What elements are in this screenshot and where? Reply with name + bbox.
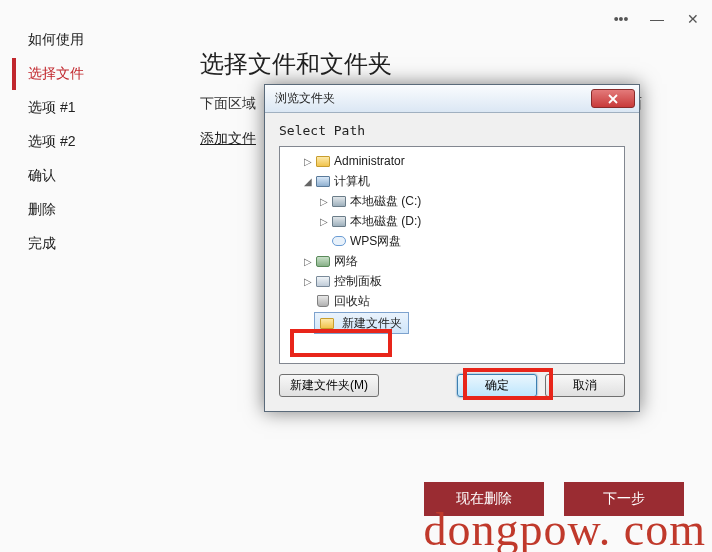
tree-item-label: 网络 <box>332 253 358 270</box>
expand-arrow-icon[interactable]: ▷ <box>318 196 330 207</box>
comp-icon <box>314 176 332 187</box>
expand-arrow-icon[interactable]: ▷ <box>302 256 314 267</box>
tree-item-label: 本地磁盘 (D:) <box>348 213 421 230</box>
more-button[interactable]: ••• <box>612 11 630 27</box>
net-icon <box>314 256 332 267</box>
tree-item-label: 回收站 <box>332 293 370 310</box>
folder-icon <box>314 156 332 167</box>
folder-tree[interactable]: ▷Administrator◢计算机▷本地磁盘 (C:)▷本地磁盘 (D:)WP… <box>279 146 625 364</box>
sidebar-item[interactable]: 如何使用 <box>12 24 132 56</box>
tree-item-label: Administrator <box>332 154 405 168</box>
dialog-close-button[interactable] <box>591 89 635 108</box>
panel-icon <box>314 276 332 287</box>
cancel-button[interactable]: 取消 <box>545 374 625 397</box>
page-title: 选择文件和文件夹 <box>200 48 688 80</box>
new-folder-button[interactable]: 新建文件夹(M) <box>279 374 379 397</box>
tree-item[interactable]: ▷Administrator <box>286 151 622 171</box>
sidebar-item[interactable]: 完成 <box>12 228 132 260</box>
tree-item[interactable]: ▷控制面板 <box>286 271 622 291</box>
highlight-annotation <box>463 368 553 400</box>
folder-icon <box>318 318 336 329</box>
tree-item-label: WPS网盘 <box>348 233 401 250</box>
sidebar-item[interactable]: 选项 #1 <box>12 92 132 124</box>
dialog-label: Select Path <box>279 123 625 138</box>
tree-item-label: 控制面板 <box>332 273 382 290</box>
sidebar-item[interactable]: 选项 #2 <box>12 126 132 158</box>
tree-item[interactable]: ◢计算机 <box>286 171 622 191</box>
cloud-icon <box>330 236 348 246</box>
tree-item[interactable]: ▷本地磁盘 (C:) <box>286 191 622 211</box>
sidebar-item[interactable]: 删除 <box>12 194 132 226</box>
expand-arrow-icon[interactable]: ▷ <box>302 276 314 287</box>
expand-arrow-icon[interactable]: ▷ <box>302 156 314 167</box>
tree-item[interactable]: WPS网盘 <box>286 231 622 251</box>
minimize-button[interactable]: — <box>648 11 666 27</box>
dialog-title-text: 浏览文件夹 <box>275 90 335 107</box>
tree-item-label: 本地磁盘 (C:) <box>348 193 421 210</box>
close-icon <box>608 94 618 104</box>
sidebar-item[interactable]: 选择文件 <box>12 58 132 90</box>
tree-item[interactable]: ▷本地磁盘 (D:) <box>286 211 622 231</box>
tree-item-label: 计算机 <box>332 173 370 190</box>
drive-icon <box>330 216 348 227</box>
add-file-link[interactable]: 添加文件 <box>200 130 256 148</box>
tree-item[interactable]: 回收站 <box>286 291 622 311</box>
next-button[interactable]: 下一步 <box>564 482 684 516</box>
bin-icon <box>314 295 332 307</box>
tree-item[interactable]: ▷网络 <box>286 251 622 271</box>
highlight-annotation <box>290 329 392 357</box>
sidebar-item[interactable]: 确认 <box>12 160 132 192</box>
dialog-body: Select Path ▷Administrator◢计算机▷本地磁盘 (C:)… <box>265 113 639 411</box>
drive-icon <box>330 196 348 207</box>
expand-arrow-icon[interactable]: ◢ <box>302 176 314 187</box>
dialog-button-row: 新建文件夹(M) 确定 取消 <box>279 374 625 397</box>
close-button[interactable]: ✕ <box>684 11 702 27</box>
wizard-sidebar: 如何使用选择文件选项 #1选项 #2确认删除完成 <box>12 24 132 262</box>
expand-arrow-icon[interactable]: ▷ <box>318 216 330 227</box>
browse-folder-dialog: 浏览文件夹 Select Path ▷Administrator◢计算机▷本地磁… <box>264 84 640 412</box>
delete-now-button[interactable]: 现在删除 <box>424 482 544 516</box>
dialog-titlebar: 浏览文件夹 <box>265 85 639 113</box>
